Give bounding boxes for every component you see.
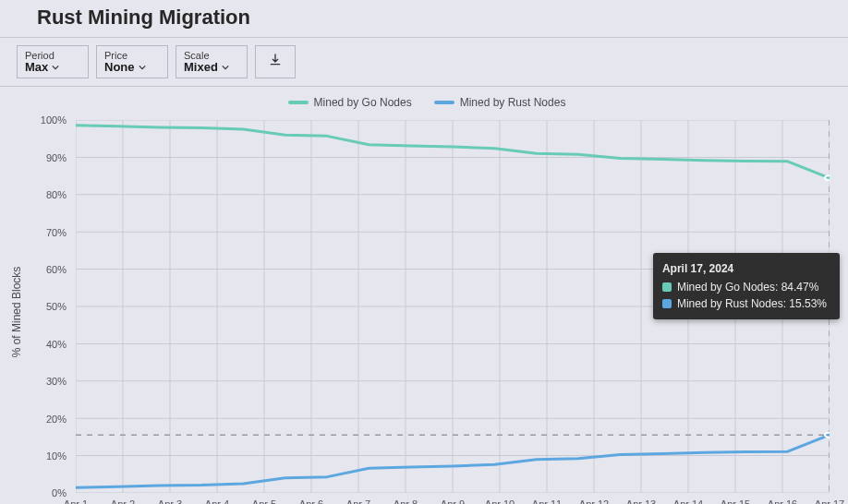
y-tick: 20%: [46, 414, 67, 425]
y-tick: 80%: [46, 189, 67, 200]
x-tick: Apr 12: [579, 498, 609, 504]
y-tick: 60%: [46, 264, 67, 275]
tooltip-rust-value: Mined by Rust Nodes: 15.53%: [677, 295, 827, 312]
chart-tooltip: April 17, 2024 Mined by Go Nodes: 84.47%…: [653, 253, 840, 319]
y-tick: 40%: [46, 339, 67, 350]
y-tick: 100%: [41, 114, 67, 126]
x-tick: Apr 4: [205, 498, 229, 504]
legend-label-rust: Mined by Rust Nodes: [460, 96, 566, 109]
x-tick: Apr 17: [815, 498, 844, 504]
y-tick: 50%: [46, 301, 67, 312]
x-tick: Apr 8: [394, 498, 418, 504]
scale-selector[interactable]: Scale Mixed: [176, 45, 248, 78]
tooltip-date: April 17, 2024: [662, 260, 827, 277]
price-selector[interactable]: Price None: [96, 45, 168, 78]
y-tick: 90%: [46, 152, 67, 163]
y-tick: 0%: [52, 487, 67, 498]
tooltip-go-value: Mined by Go Nodes: 84.47%: [677, 279, 818, 295]
y-tick: 10%: [46, 450, 67, 462]
download-button[interactable]: [255, 45, 296, 78]
chart-container: Mined by Go Nodes Mined by Rust Nodes % …: [0, 87, 848, 504]
legend-swatch-rust: [434, 101, 454, 104]
y-axis-label: % of Mined Blocks: [10, 267, 23, 358]
period-value: Max: [25, 61, 48, 74]
page-title: Rust Mining Migration: [0, 0, 848, 38]
svg-point-30: [825, 176, 830, 181]
x-tick: Apr 16: [768, 498, 797, 504]
legend-swatch-go: [288, 101, 309, 104]
download-icon: [268, 53, 283, 71]
period-selector[interactable]: Period Max: [17, 45, 89, 78]
legend-item-rust[interactable]: Mined by Rust Nodes: [434, 96, 566, 109]
x-tick: Apr 15: [721, 498, 750, 504]
chevron-down-icon: [52, 64, 59, 71]
price-value: None: [104, 61, 135, 74]
x-tick: Apr 1: [64, 498, 88, 504]
x-tick: Apr 10: [485, 498, 515, 504]
chart-area[interactable]: % of Mined Blocks 0%10%20%30%40%50%60%70…: [22, 111, 844, 504]
chart-toolbar: Period Max Price None Scale Mixed: [0, 38, 848, 87]
x-tick: Apr 6: [299, 498, 323, 504]
tooltip-swatch-go: [662, 282, 672, 292]
tooltip-swatch-rust: [662, 299, 672, 308]
legend-item-go[interactable]: Mined by Go Nodes: [288, 96, 412, 109]
x-tick: Apr 14: [673, 498, 703, 504]
x-tick: Apr 9: [441, 498, 465, 504]
x-tick: Apr 13: [626, 498, 656, 504]
y-tick: 70%: [46, 227, 67, 238]
x-tick: Apr 7: [346, 498, 370, 504]
x-tick: Apr 2: [111, 498, 135, 504]
x-tick: Apr 11: [532, 498, 562, 504]
x-axis-ticks: Apr 1Apr 2Apr 3Apr 4Apr 5Apr 6Apr 7Apr 8…: [76, 497, 830, 504]
chevron-down-icon: [139, 64, 146, 71]
y-tick: 30%: [46, 376, 67, 387]
x-tick: Apr 5: [252, 498, 276, 504]
x-tick: Apr 3: [158, 498, 182, 504]
legend-label-go: Mined by Go Nodes: [314, 96, 412, 109]
chevron-down-icon: [222, 64, 229, 71]
chart-legend: Mined by Go Nodes Mined by Rust Nodes: [9, 92, 844, 111]
svg-point-31: [825, 433, 830, 438]
y-axis-ticks: 0%10%20%30%40%50%60%70%80%90%100%: [22, 120, 72, 493]
scale-value: Mixed: [184, 61, 218, 74]
